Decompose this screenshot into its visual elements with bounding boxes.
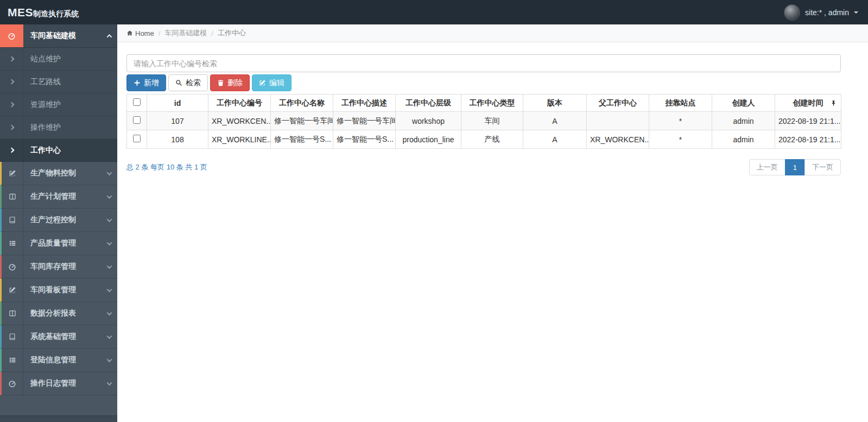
cell-parent (587, 112, 649, 130)
user-menu[interactable]: site:* , admin (784, 4, 868, 21)
sidebar-section-workshop-modeling[interactable]: 车间基础建模 (0, 24, 117, 48)
search-icon (175, 79, 182, 86)
select-all-cell (127, 95, 147, 112)
sidebar-section-login-info[interactable]: 登陆信息管理 (0, 349, 117, 372)
breadcrumb-section-link[interactable]: 车间基础建模 (164, 28, 207, 38)
breadcrumb-separator: / (159, 29, 161, 37)
search-button[interactable]: 检索 (168, 74, 208, 91)
column-header-creator: 创建人 (712, 95, 775, 112)
trash-icon (217, 79, 224, 86)
sidebar-section-process-control[interactable]: 生产过程控制 (0, 209, 117, 232)
chevron-down-icon (101, 349, 117, 371)
row-select-cell (127, 112, 147, 130)
cell-level: production_line (396, 130, 461, 149)
cell-version: A (523, 112, 587, 130)
angle-right-icon (0, 71, 23, 93)
table-row: 107 XR_WORKCEN... 修一智能一号车间 修一智能一号车间 work… (127, 112, 841, 130)
cell-id: 107 (147, 112, 208, 130)
sidebar-section-label: 登陆信息管理 (23, 349, 101, 371)
cell-site: * (649, 130, 712, 149)
work-center-table: id 工作中心编号 工作中心名称 工作中心描述 工作中心层级 工作中心类型 版本… (126, 94, 841, 149)
breadcrumb-current: 工作中心 (218, 28, 246, 38)
cell-type: 车间 (461, 112, 523, 130)
table-header-row: id 工作中心编号 工作中心名称 工作中心描述 工作中心层级 工作中心类型 版本… (127, 95, 841, 112)
select-all-checkbox[interactable] (133, 98, 141, 106)
chevron-down-icon (101, 372, 117, 395)
column-header-site: 挂靠站点 (649, 95, 712, 112)
breadcrumb-separator: / (211, 29, 213, 37)
cell-type: 产线 (461, 130, 523, 149)
column-header-description: 工作中心描述 (333, 95, 396, 112)
plus-icon (134, 79, 141, 86)
sidebar-section-inventory-management[interactable]: 车间库存管理 (0, 255, 117, 279)
search-input[interactable] (126, 54, 841, 72)
edit-icon (259, 79, 266, 86)
cell-created-time: 2022-08-19 21:1... (775, 112, 841, 130)
edit-button-label: 编辑 (269, 78, 284, 88)
pencil-square-icon (2, 162, 23, 185)
page-1-button[interactable]: 1 (785, 159, 805, 175)
sidebar-item-label: 工作中心 (23, 139, 117, 161)
delete-button-label: 删除 (227, 78, 243, 88)
add-button-label: 新增 (144, 78, 159, 88)
sidebar-section-kanban-management[interactable]: 车间看板管理 (0, 279, 117, 302)
user-avatar (784, 4, 800, 21)
sidebar-section-label: 车间基础建模 (23, 24, 101, 47)
top-bar: MES制造执行系统 site:* , admin (0, 0, 868, 24)
angle-right-icon (0, 139, 23, 161)
cell-code: XR_WORKCEN... (208, 112, 271, 130)
columns-icon (2, 185, 23, 208)
breadcrumb-home-label: Home (135, 29, 154, 37)
cell-code: XR_WORKLINE... (208, 130, 271, 149)
row-select-cell (127, 130, 147, 149)
pencil-square-icon (2, 279, 23, 301)
column-header-name: 工作中心名称 (271, 95, 333, 112)
add-button[interactable]: 新增 (126, 74, 166, 91)
sidebar-item-site-maintenance[interactable]: 站点维护 (0, 48, 117, 71)
row-checkbox[interactable] (133, 135, 141, 142)
sidebar-item-work-center[interactable]: 工作中心 (0, 139, 117, 162)
cell-creator: admin (712, 112, 775, 130)
column-header-level: 工作中心层级 (396, 95, 461, 112)
dashboard-icon (0, 24, 23, 47)
book-icon (2, 209, 23, 231)
app-logo-rest: 制造执行系统 (33, 9, 79, 18)
sidebar-section-label: 车间看板管理 (23, 279, 101, 301)
breadcrumb: Home / 车间基础建模 / 工作中心 (117, 24, 868, 42)
chevron-down-icon (101, 255, 117, 278)
column-header-parent: 父工作中心 (587, 95, 649, 112)
column-header-created-time: 创建时间 (775, 95, 841, 112)
edit-button[interactable]: 编辑 (252, 74, 292, 91)
sidebar-section-plan-management[interactable]: 生产计划管理 (0, 185, 117, 209)
sidebar-section-quality-management[interactable]: 产品质量管理 (0, 232, 117, 255)
cell-version: A (523, 130, 587, 149)
list-icon (2, 349, 23, 371)
dashboard-icon (2, 255, 23, 278)
row-checkbox[interactable] (133, 116, 141, 124)
sidebar-section-material-control[interactable]: 生产物料控制 (0, 162, 117, 185)
caret-down-icon (854, 11, 858, 14)
home-icon (126, 30, 133, 36)
delete-button[interactable]: 删除 (210, 74, 250, 91)
sidebar-item-resource-maintenance[interactable]: 资源维护 (0, 93, 117, 116)
sidebar-item-operation-maintenance[interactable]: 操作维护 (0, 116, 117, 139)
column-header-type: 工作中心类型 (461, 95, 523, 112)
next-page-button[interactable]: 下一页 (804, 159, 841, 175)
cell-name: 修一智能一号车间 (271, 112, 333, 130)
angle-right-icon (0, 116, 23, 138)
sidebar-clipped-item (0, 415, 117, 422)
sidebar-section-system-management[interactable]: 系统基础管理 (0, 325, 117, 349)
sidebar-item-label: 操作维护 (23, 116, 117, 138)
prev-page-button[interactable]: 上一页 (749, 159, 785, 175)
sidebar-item-process-route[interactable]: 工艺路线 (0, 71, 117, 93)
pagination-bar: 总 2 条 每页 10 条 共 1 页 上一页 1 下一页 (126, 159, 841, 175)
column-header-id: id (147, 95, 208, 112)
search-button-label: 检索 (186, 78, 201, 88)
breadcrumb-home-link[interactable]: Home (126, 29, 154, 37)
app-logo[interactable]: MES制造执行系统 (0, 6, 117, 19)
sidebar: 车间基础建模 站点维护 工艺路线 资源维护 操作维护 工作中心 生产物料控 (0, 24, 117, 422)
column-header-code: 工作中心编号 (208, 95, 271, 112)
sidebar-section-operation-logs[interactable]: 操作日志管理 (0, 372, 117, 395)
sidebar-section-analytics-reports[interactable]: 数据分析报表 (0, 302, 117, 325)
pin-column-icon[interactable] (831, 100, 837, 106)
